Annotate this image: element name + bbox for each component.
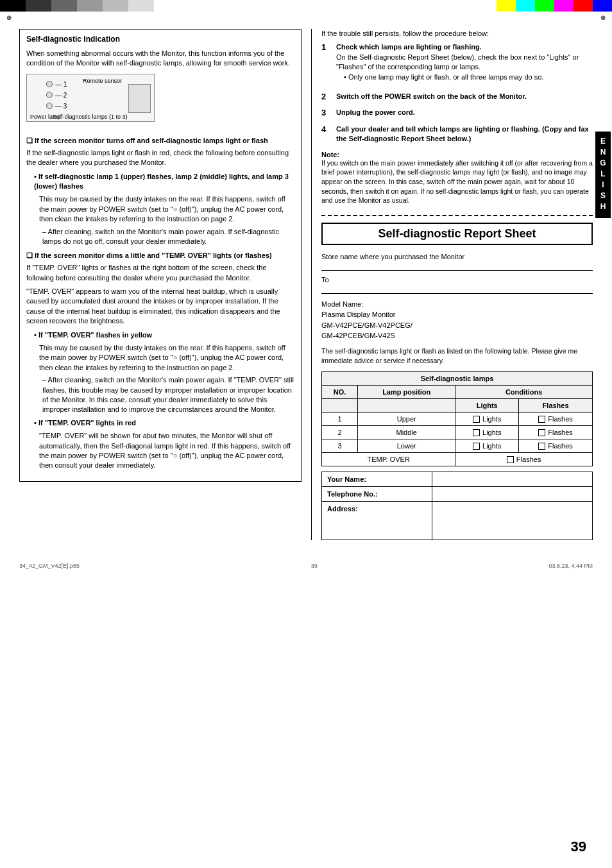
your-name-row: Your Name: bbox=[322, 472, 593, 487]
lamp-3-dot bbox=[46, 103, 53, 109]
store-name-field: Store name where you purchased the Monit… bbox=[321, 253, 593, 271]
page-number: 39 bbox=[571, 838, 586, 855]
note-title: Note: bbox=[321, 151, 593, 158]
diagnostic-table: Self-diagnostic lamps NO. Lamp position … bbox=[321, 371, 593, 466]
step-1-bullet: • Only one lamp may light or flash, or a… bbox=[344, 72, 593, 82]
step-1: 1 Check which lamps are lighting or flas… bbox=[321, 42, 593, 85]
section-intro: When something abnormal occurs with the … bbox=[26, 49, 294, 69]
row2-no: 2 bbox=[322, 426, 358, 439]
step-4-num: 4 bbox=[321, 124, 331, 144]
page-layout: Self-diagnostic Indication When somethin… bbox=[0, 22, 612, 547]
telephone-value bbox=[432, 487, 593, 502]
col-conditions: Conditions bbox=[455, 386, 593, 399]
cb-row1-lights bbox=[473, 416, 480, 423]
monitor-diagram-box: — 1 — 2 — 3 Remote sensor Power lam bbox=[26, 74, 155, 122]
contact-table: Your Name: Telephone No.: Address: bbox=[321, 472, 593, 540]
checkbox2-bullet1: • If "TEMP. OVER" flashes in yellow bbox=[34, 330, 294, 340]
step-1-num: 1 bbox=[321, 42, 331, 85]
row3-flashes: Flashes bbox=[519, 439, 593, 453]
remote-sensor-box bbox=[128, 84, 151, 113]
temp-over-row: TEMP. OVER Flashes bbox=[322, 453, 593, 466]
checkbox1-bullet1-body: This may be caused by the dusty intakes … bbox=[39, 194, 294, 224]
step-4-title: Call your dealer and tell which lamps ar… bbox=[336, 125, 589, 142]
table-row: 3 Lower Lights Flashes bbox=[322, 439, 593, 453]
lamp-dots: — 1 — 2 — 3 bbox=[46, 81, 67, 110]
row1-no: 1 bbox=[322, 413, 358, 426]
temp-over-label: TEMP. OVER bbox=[322, 453, 455, 466]
lamp-1-label: — 1 bbox=[55, 81, 67, 88]
row2-position: Middle bbox=[358, 426, 455, 439]
color-swatch bbox=[128, 0, 154, 12]
page-footer: 34_42_GM_V42[E].p65 39 03.6.23, 4:44 PM bbox=[0, 559, 612, 572]
table-row: 2 Middle Lights Flashes bbox=[322, 426, 593, 439]
step-1-text: Check which lamps are lighting or flashi… bbox=[336, 42, 593, 85]
report-desc: The self-diagnostic lamps light or flash… bbox=[321, 346, 593, 365]
col-lights: Lights bbox=[455, 399, 519, 413]
row3-position: Lower bbox=[358, 439, 455, 453]
model-name-value: Plasma Display Monitor bbox=[321, 311, 396, 318]
step-1-body: On the Self-diagnostic Report Sheet (bel… bbox=[336, 53, 579, 71]
right-intro: If the trouble still persists, follow th… bbox=[321, 29, 593, 38]
to-field: To bbox=[321, 276, 593, 294]
checkbox1-body: If the self-diagnostic lamps light or fl… bbox=[26, 148, 294, 168]
address-value bbox=[432, 502, 593, 540]
report-sheet: Self-diagnostic Report Sheet Store name … bbox=[321, 223, 593, 540]
store-name-input bbox=[321, 260, 593, 271]
store-name-label: Store name where you purchased the Monit… bbox=[321, 253, 464, 260]
row2-flashes: Flashes bbox=[519, 426, 593, 439]
model-numbers: GM-V42PCE/GM-V42PCEG/GM-42PCEB/GM-V42S bbox=[321, 321, 412, 340]
cb-row2-flashes bbox=[538, 429, 545, 436]
lamp-diagram: — 1 — 2 — 3 Remote sensor Power lam bbox=[26, 74, 294, 132]
row1-position: Upper bbox=[358, 413, 455, 426]
cb-row1-flashes bbox=[538, 416, 545, 423]
step-2: 2 Switch off the POWER switch on the bac… bbox=[321, 92, 593, 101]
footer-page: 39 bbox=[311, 563, 318, 569]
dashed-separator bbox=[321, 215, 593, 216]
lamp-3: — 3 bbox=[46, 103, 67, 110]
right-column: ENGLISH If the trouble still persists, f… bbox=[311, 29, 593, 540]
corner-mark-right: ⊕ bbox=[600, 14, 606, 21]
left-column: Self-diagnostic Indication When somethin… bbox=[19, 29, 302, 540]
lamp-2-dot bbox=[46, 92, 53, 98]
checkbox2-bullet2: • If "TEMP. OVER" lights in red bbox=[34, 418, 294, 428]
to-label: To bbox=[321, 276, 329, 284]
report-title: Self-diagnostic Report Sheet bbox=[321, 223, 593, 245]
checkbox2-title: ❑ If the screen monitor dims a little an… bbox=[26, 251, 294, 260]
model-name-label: Model Name: bbox=[321, 300, 363, 308]
step-3-title: Unplug the power cord. bbox=[336, 108, 415, 116]
step-3-num: 3 bbox=[321, 108, 331, 117]
col-no: NO. bbox=[322, 386, 358, 399]
note-section: Note: If you switch on the main power im… bbox=[321, 151, 593, 205]
temp-over-flashes: Flashes bbox=[455, 453, 593, 466]
corner-mark-left: ⊕ bbox=[6, 14, 12, 21]
table-header-lamps: Self-diagnostic lamps bbox=[322, 372, 593, 386]
right-col-inner: ENGLISH If the trouble still persists, f… bbox=[321, 29, 593, 540]
color-swatch bbox=[574, 0, 593, 12]
table-row: 1 Upper Lights Flashes bbox=[322, 413, 593, 426]
checkbox2-bullet1-body: This may be caused by the dusty intakes … bbox=[39, 343, 294, 373]
col-position: Lamp position bbox=[358, 386, 455, 399]
lamp-3-label: — 3 bbox=[55, 103, 67, 110]
checkbox1-title: ❑ If the screen monitor turns off and se… bbox=[26, 137, 294, 145]
checkbox1-bullet1: • If self-diagnostic lamp 1 (upper) flas… bbox=[34, 172, 294, 192]
checkbox2-dash: – After cleaning, switch on the Monitor'… bbox=[42, 375, 294, 415]
to-input bbox=[321, 284, 593, 294]
color-swatch bbox=[593, 0, 612, 12]
model-info: Model Name: Plasma Display Monitor GM-V4… bbox=[321, 299, 593, 341]
color-swatch bbox=[0, 0, 26, 12]
your-name-value bbox=[432, 472, 593, 487]
note-text: If you switch on the main power immediat… bbox=[321, 158, 593, 205]
lamp-2-label: — 2 bbox=[55, 92, 67, 99]
row3-lights: Lights bbox=[455, 439, 519, 453]
self-diag-label: Self-diagnostic lamps (1 to 3) bbox=[53, 114, 128, 120]
cb-temp-flashes bbox=[507, 456, 514, 463]
color-swatch bbox=[497, 0, 516, 12]
step-2-title: Switch off the POWER switch on the back … bbox=[336, 92, 527, 100]
self-diagnostic-section: Self-diagnostic Indication When somethin… bbox=[19, 29, 302, 482]
row1-flashes: Flashes bbox=[519, 413, 593, 426]
telephone-row: Telephone No.: bbox=[322, 487, 593, 502]
step-1-title: Check which lamps are lighting or flashi… bbox=[336, 43, 482, 51]
footer-filename: 34_42_GM_V42[E].p65 bbox=[19, 563, 80, 569]
checkbox1-dash: – After cleaning, switch on the Monitor'… bbox=[42, 227, 294, 247]
color-swatch bbox=[103, 0, 128, 12]
